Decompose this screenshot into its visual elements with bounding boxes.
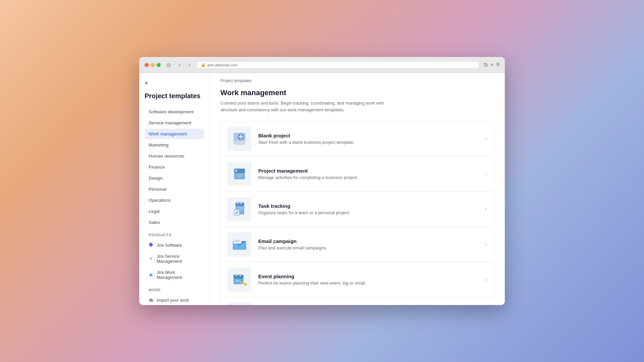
template-info-email-campaign: Email campaign Plan and execute email ca…	[258, 238, 479, 250]
template-icon-project-management	[227, 162, 252, 186]
traffic-lights	[145, 63, 161, 67]
chevron-right-icon: ›	[485, 171, 487, 177]
browser-chrome: ⊡ ‹ › 🔒 jwm.atlassian.com ↻ + ⧉	[139, 57, 505, 73]
triangle-icon	[149, 272, 154, 278]
fullscreen-button[interactable]	[157, 63, 161, 67]
nav-items-list: Software developmentService managementWo…	[145, 107, 204, 228]
main-content: Project templates Work management Connec…	[210, 73, 505, 305]
template-name-event-planning: Event planning	[258, 274, 479, 279]
sidebar-item-work-management[interactable]: Work management	[145, 129, 204, 139]
products-list: Jira SoftwareJira Service ManagementJira…	[145, 240, 204, 283]
template-desc-project-management: Manage activities for completing a busin…	[258, 175, 479, 180]
template-info-task-tracking: Task tracking Organize tasks for a team …	[258, 203, 479, 215]
chevron-right-icon: ›	[485, 136, 487, 142]
svg-rect-19	[237, 201, 239, 204]
svg-rect-24	[234, 210, 239, 215]
template-icon-task-tracking	[227, 197, 252, 221]
sidebar-item-design[interactable]: Design	[145, 173, 204, 183]
product-item-jira-service-management[interactable]: Jira Service Management	[145, 251, 204, 266]
svg-rect-20	[240, 201, 242, 204]
template-icon-event-planning	[227, 267, 252, 292]
svg-marker-2	[149, 273, 153, 276]
svg-rect-34	[235, 274, 237, 277]
template-list: Blank project Start fresh with a blank b…	[220, 121, 494, 305]
template-info-project-management: Project management Manage activities for…	[258, 168, 479, 180]
chevron-right-icon: ›	[485, 206, 487, 212]
browser-content: × Project templates Software development…	[139, 73, 505, 305]
breadcrumb: Project templates	[210, 73, 505, 86]
product-item-jira-work-management[interactable]: Jira Work Management	[145, 267, 204, 283]
template-card-task-tracking[interactable]: Task tracking Organize tasks for a team …	[220, 192, 494, 227]
url-text: jwm.atlassian.com	[208, 63, 238, 67]
svg-rect-35	[239, 274, 241, 277]
template-icon-email-campaign	[227, 232, 252, 256]
content-area: Work management Connect your teams and t…	[210, 86, 505, 305]
security-icon: 🔒	[201, 63, 206, 67]
template-info-event-planning: Event planning Perfect for teams plannin…	[258, 274, 479, 286]
lightning-icon	[149, 256, 154, 261]
section-description: Connect your teams and tools. Begin trac…	[220, 100, 395, 113]
sidebar-item-legal[interactable]: Legal	[145, 206, 204, 217]
close-sidebar-button[interactable]: ×	[145, 80, 148, 87]
template-card-event-planning[interactable]: Event planning Perfect for teams plannin…	[220, 262, 494, 297]
sidebar-item-personal[interactable]: Personal	[145, 184, 204, 194]
diamond-icon	[149, 242, 154, 248]
more-section-label: More	[149, 288, 200, 292]
template-name-project-management: Project management	[258, 168, 479, 174]
sidebar: × Project templates Software development…	[139, 73, 210, 305]
sidebar-item-operations[interactable]: Operations	[145, 195, 204, 205]
svg-rect-29	[233, 238, 241, 244]
sidebar-item-marketing[interactable]: Marketing	[145, 140, 204, 150]
svg-marker-1	[150, 256, 152, 260]
forward-button[interactable]: ›	[186, 61, 192, 69]
sidebar-toggle-button[interactable]: ⊡	[165, 62, 173, 68]
template-desc-blank-project: Start fresh with a blank business projec…	[258, 140, 479, 145]
template-card-email-campaign[interactable]: Email campaign Plan and execute email ca…	[220, 227, 494, 262]
products-section-label: Products	[149, 233, 200, 237]
template-icon-blank-project	[227, 127, 252, 151]
more-item-import-your-work[interactable]: Import your work	[145, 295, 204, 305]
template-desc-task-tracking: Organize tasks for a team or a personal …	[258, 210, 479, 215]
sidebar-item-sales[interactable]: Sales	[145, 217, 204, 228]
more-items-list: Import your work	[145, 295, 204, 305]
template-desc-event-planning: Perfect for teams planning their next ev…	[258, 281, 479, 286]
sidebar-title: Project templates	[145, 92, 204, 100]
template-desc-email-campaign: Plan and execute email campaigns.	[258, 245, 479, 250]
template-name-email-campaign: Email campaign	[258, 238, 479, 244]
template-card-project-management[interactable]: Project management Manage activities for…	[220, 157, 494, 192]
cloud-icon	[149, 297, 154, 303]
svg-point-13	[235, 171, 236, 172]
template-card-blank-project[interactable]: Blank project Start fresh with a blank b…	[220, 121, 494, 157]
sidebar-item-software-development[interactable]: Software development	[145, 107, 204, 117]
back-button[interactable]: ‹	[177, 61, 182, 69]
browser-window: ⊡ ‹ › 🔒 jwm.atlassian.com ↻ + ⧉ × Projec…	[139, 57, 505, 305]
template-name-task-tracking: Task tracking	[258, 203, 479, 209]
svg-rect-18	[235, 202, 244, 206]
reload-icon[interactable]: ↻	[484, 62, 488, 68]
minimize-button[interactable]	[151, 63, 155, 67]
sidebar-item-human-resources[interactable]: Human resources	[145, 151, 204, 161]
chevron-right-icon: ›	[485, 241, 487, 247]
browser-actions: ↻ + ⧉	[484, 62, 499, 68]
product-item-jira-software[interactable]: Jira Software	[145, 240, 204, 250]
new-tab-icon[interactable]: +	[491, 62, 494, 68]
chevron-right-icon: ›	[485, 277, 487, 283]
template-name-blank-project: Blank project	[258, 133, 479, 138]
close-button[interactable]	[145, 63, 149, 67]
sidebar-item-finance[interactable]: Finance	[145, 162, 204, 172]
sidebar-item-service-management[interactable]: Service management	[145, 118, 204, 128]
address-bar[interactable]: 🔒 jwm.atlassian.com	[197, 61, 480, 69]
svg-rect-33	[233, 275, 244, 278]
copy-icon[interactable]: ⧉	[496, 62, 499, 68]
template-icon-go-to-market	[227, 303, 252, 305]
template-card-go-to-market[interactable]: Go-to-market Coordinate a go-to-market l…	[220, 297, 494, 305]
svg-point-40	[244, 283, 247, 286]
section-heading: Work management	[220, 88, 494, 97]
svg-rect-0	[149, 242, 153, 247]
template-info-blank-project: Blank project Start fresh with a blank b…	[258, 133, 479, 145]
